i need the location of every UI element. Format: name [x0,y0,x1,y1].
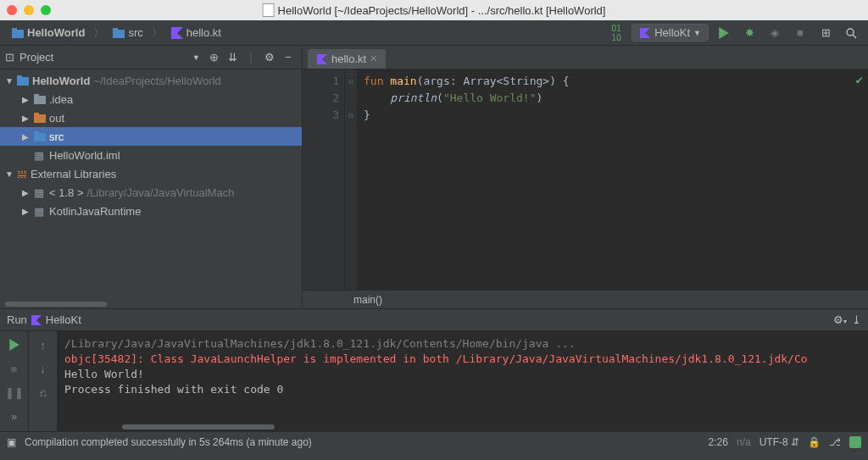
tool-windows-button[interactable]: ▣ [7,436,16,448]
project-structure-button[interactable]: ⊞ [815,23,836,43]
tree-jdk-path: /Library/Java/JavaVirtualMach [86,186,234,199]
pause-button[interactable]: ❚❚ [6,384,23,401]
expand-arrow-icon[interactable]: ▶ [22,95,31,104]
console-scrollbar[interactable] [58,423,868,431]
collapse-all-button[interactable]: ⇊ [224,49,241,66]
tree-root[interactable]: ▼ HelloWorld ~/IdeaProjects/HelloWorld [0,71,302,90]
stop-button[interactable]: ■ [6,360,23,377]
tree-node-idea[interactable]: ▶ .idea [0,90,302,108]
run-settings-button[interactable]: ⚙▾ [833,313,847,326]
soft-wrap-button[interactable]: ⎌ [35,384,52,401]
tree-node-kotlin-runtime[interactable]: ▶ ▦ KotlinJavaRuntime [0,202,302,220]
window-title-text: HelloWorld [~/IdeaProjects/HelloWorld] -… [278,4,606,17]
svg-marker-4 [171,27,183,39]
svg-rect-13 [34,114,46,123]
line-number: 2 [303,90,339,107]
expand-arrow-icon[interactable]: ▼ [5,169,14,179]
code-content[interactable]: fun main(args: Array<String>) { println(… [357,69,868,290]
kotlin-icon [31,314,42,326]
console-line: /Library/Java/JavaVirtualMachines/jdk1.8… [64,336,861,352]
traffic-lights [7,5,51,15]
breadcrumb-root-label: HelloWorld [27,26,85,39]
window-titlebar: HelloWorld [~/IdeaProjects/HelloWorld] -… [0,0,868,20]
tree-node-out[interactable]: ▶ out [0,108,302,127]
svg-rect-11 [34,96,46,104]
breadcrumb-root[interactable]: HelloWorld [7,25,90,41]
svg-marker-5 [640,28,650,38]
run-button[interactable] [714,23,734,43]
file-icon [263,3,275,17]
library-icon: 𝍐 [17,168,27,180]
minimize-window-button[interactable] [24,5,34,15]
code-line: } [364,107,868,124]
settings-button[interactable]: ⚙ [261,49,278,66]
cursor-position[interactable]: 2:26 [709,436,728,448]
build-button[interactable]: 0110 [606,23,626,43]
view-mode-arrow-icon[interactable]: ▼ [192,53,200,62]
line-separator[interactable]: n/a [737,436,751,448]
tree-node-src[interactable]: ▶ src [0,127,302,146]
debug-button[interactable]: ✸ [739,23,760,43]
maximize-window-button[interactable] [41,5,51,15]
run-toolbar-left: ■ ❚❚ » [0,331,29,431]
console-output[interactable]: /Library/Java/JavaVirtualMachines/jdk1.8… [58,331,868,423]
console-line: Process finished with exit code 0 [64,382,861,397]
close-window-button[interactable] [7,5,17,15]
svg-rect-16 [34,131,39,134]
scroll-from-source-button[interactable]: ⊕ [205,49,222,66]
tree-node-iml[interactable]: ▦ HelloWorld.iml [0,146,302,164]
search-everywhere-button[interactable] [841,23,861,43]
scroll-down-button[interactable]: ↓ [35,360,52,377]
editor-tab-bar: hello.kt ✕ [303,46,868,69]
rerun-button[interactable] [6,336,23,353]
run-hide-button[interactable]: ⤓ [852,313,861,326]
module-icon [17,75,29,86]
fold-gutter: ⊟ ⊟ [345,69,357,290]
editor-tab[interactable]: hello.kt ✕ [308,49,386,69]
breadcrumb-file[interactable]: hello.kt [166,25,226,41]
status-message: Compilation completed successfully in 5s… [25,436,700,448]
file-encoding[interactable]: UTF-8 ⇵ [760,436,799,448]
code-editor[interactable]: 1 2 3 ⊟ ⊟ fun main(args: Array<String>) … [303,69,868,290]
breadcrumb-src[interactable]: src [108,25,147,41]
read-only-toggle[interactable]: 🔒 [808,436,821,448]
inspection-hector-icon[interactable] [849,436,861,448]
git-icon[interactable]: ⎇ [829,436,841,448]
hide-button[interactable]: − [280,49,297,66]
fold-end-icon[interactable]: ⊟ [345,107,357,124]
expand-arrow-icon[interactable]: ▶ [22,207,31,216]
svg-point-7 [847,29,854,36]
svg-rect-2 [113,30,125,38]
svg-rect-1 [12,28,17,30]
expand-arrow-icon[interactable]: ▶ [22,114,31,123]
code-line: println("Hello World!") [364,90,868,107]
close-tab-button[interactable]: ✕ [370,53,377,64]
scroll-up-button[interactable]: ↑ [35,336,52,353]
expand-arrow-icon[interactable]: ▶ [22,188,31,197]
coverage-button[interactable]: ◈ [765,23,785,43]
tree-external-libraries[interactable]: ▼ 𝍐 External Libraries [0,164,302,183]
run-config-label: HelloKt [654,26,690,39]
expand-arrow-icon[interactable]: ▶ [22,132,31,141]
editor-breadcrumb[interactable]: main() [303,290,868,308]
src-folder-icon [34,131,46,141]
inspection-status-icon[interactable]: ✔ [856,73,863,86]
folder-icon [113,28,125,38]
sidebar-scrollbar[interactable] [0,300,302,308]
svg-marker-19 [9,339,19,351]
breadcrumb: HelloWorld 〉 src 〉 hello.kt [7,25,606,41]
folder-icon [34,94,46,104]
project-tool-window: ⊡ Project ▼ ⊕ ⇊ | ⚙ − ▼ HelloWorld ~/Ide… [0,46,303,308]
sidebar-divider: | [242,49,259,66]
tree-node-label: HelloWorld.iml [49,149,120,162]
tree-node-jdk[interactable]: ▶ ▦ < 1.8 > /Library/Java/JavaVirtualMac… [0,183,302,202]
expand-button[interactable]: » [6,407,23,424]
run-toolbar-inner: ↑ ↓ ⎌ [29,331,58,431]
run-config-selector[interactable]: HelloKt ▼ [632,24,709,42]
svg-marker-6 [719,27,729,39]
expand-arrow-icon[interactable]: ▼ [5,76,14,86]
stop-button[interactable]: ■ [790,23,810,43]
code-line: fun main(args: Array<String>) { [364,73,868,90]
fold-start-icon[interactable]: ⊟ [345,73,357,90]
svg-rect-12 [34,94,39,97]
